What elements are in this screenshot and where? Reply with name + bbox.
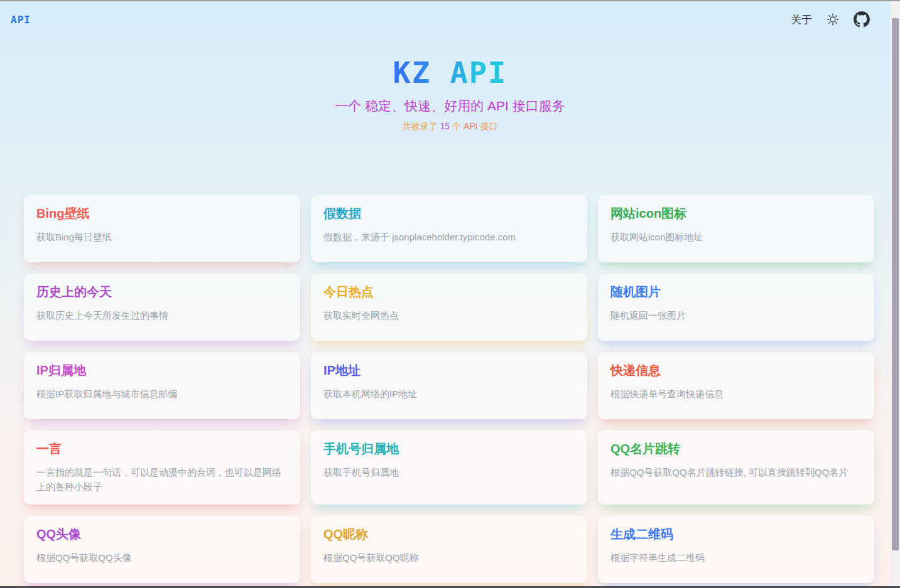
card-description: 一言指的就是一句话，可以是动漫中的台词，也可以是网络上的各种小段子 [36,465,288,494]
api-card-fake-data[interactable]: 假数据 假数据，来源于 jsonplaceholder.typicode.com [311,195,587,262]
api-card-site-icon[interactable]: 网站icon图标 获取网站icon图标地址 [598,195,874,262]
card-title: 假数据 [323,205,575,222]
api-card-bing-wallpaper[interactable]: Bing壁纸 获取Bing每日壁纸 [24,195,300,262]
scrollbar-thumb[interactable] [892,18,899,550]
count-middle: 个 [450,121,464,131]
count-prefix: 共收录了 [403,121,440,131]
header-nav: 关于 [791,11,870,28]
card-description: 假数据，来源于 jsonplaceholder.typicode.com [323,230,575,244]
hero-section: KZ API 一个 稳定、快速、好用的 API 接口服务 共收录了 15 个 A… [0,55,900,132]
card-title: 生成二维码 [610,526,862,543]
api-card-qq-nickname[interactable]: QQ昵称 根据QQ号获取QQ昵称 [311,516,587,583]
card-title: 手机号归属地 [323,441,575,457]
card-title: 今日热点 [323,284,575,301]
card-title: Bing壁纸 [36,205,288,222]
card-title: 一言 [36,441,288,457]
card-description: 获取手机号归属地 [323,465,575,479]
count-api-word: API [464,121,478,131]
api-card-phone-location[interactable]: 手机号归属地 获取手机号归属地 [311,430,587,505]
card-description: 获取本机网络的IP地址 [323,387,575,401]
site-logo[interactable]: API [11,14,31,26]
card-title: QQ昵称 [323,526,575,543]
api-card-qq-avatar[interactable]: QQ头像 根据QQ号获取QQ头像 [24,516,300,583]
card-description: 获取历史上今天所发生过的事情 [36,308,288,323]
card-title: 网站icon图标 [610,205,862,222]
card-description: 获取Bing每日壁纸 [36,230,288,244]
about-link[interactable]: 关于 [791,13,812,27]
card-description: 根据快递单号查询快递信息 [610,387,862,401]
page-title: KZ API [393,55,507,90]
api-card-grid: Bing壁纸 获取Bing每日壁纸 假数据 假数据，来源于 jsonplaceh… [24,195,874,583]
github-icon[interactable] [854,11,870,28]
page-subtitle: 一个 稳定、快速、好用的 API 接口服务 [0,97,900,115]
card-description: 获取网站icon图标地址 [610,230,862,244]
theme-toggle-sun-icon[interactable] [826,13,840,26]
card-title: IP地址 [323,362,575,379]
card-title: 历史上的今天 [36,284,288,301]
count-number: 15 [440,121,450,131]
window-top-border [0,0,900,1]
card-title: 随机图片 [610,284,862,301]
api-card-qq-profile-jump[interactable]: QQ名片跳转 根据QQ号获取QQ名片跳转链接, 可以直接跳转到QQ名片 [598,430,874,505]
card-description: 根据QQ号获取QQ名片跳转链接, 可以直接跳转到QQ名片 [610,465,862,479]
card-description: 获取实时全网热点 [323,308,575,323]
api-card-qrcode[interactable]: 生成二维码 根据字符串生成二维码 [598,516,874,583]
card-title: QQ头像 [36,526,288,543]
api-card-ip-address[interactable]: IP地址 获取本机网络的IP地址 [311,352,587,419]
card-description: 根据QQ号获取QQ昵称 [323,550,575,565]
api-card-hitokoto[interactable]: 一言 一言指的就是一句话，可以是动漫中的台词，也可以是网络上的各种小段子 [24,430,300,505]
api-card-express-info[interactable]: 快递信息 根据快递单号查询快递信息 [598,352,874,419]
api-card-ip-location[interactable]: IP归属地 根据IP获取归属地与城市信息邮编 [24,352,300,419]
site-header: API 关于 [0,0,900,39]
api-count-line: 共收录了 15 个 API 接口 [0,121,900,132]
card-title: QQ名片跳转 [610,441,862,457]
card-title: IP归属地 [36,362,288,379]
api-card-history-today[interactable]: 历史上的今天 获取历史上今天所发生过的事情 [24,274,300,341]
card-description: 根据QQ号获取QQ头像 [36,550,288,565]
card-description: 根据IP获取归属地与城市信息邮编 [36,387,288,401]
card-title: 快递信息 [610,362,862,379]
api-card-random-image[interactable]: 随机图片 随机返回一张图片 [598,274,874,341]
vertical-scrollbar[interactable] [891,1,900,586]
card-description: 随机返回一张图片 [610,308,862,323]
count-suffix: 接口 [477,121,497,131]
card-description: 根据字符串生成二维码 [610,550,862,565]
api-card-hot-topics[interactable]: 今日热点 获取实时全网热点 [311,274,587,341]
